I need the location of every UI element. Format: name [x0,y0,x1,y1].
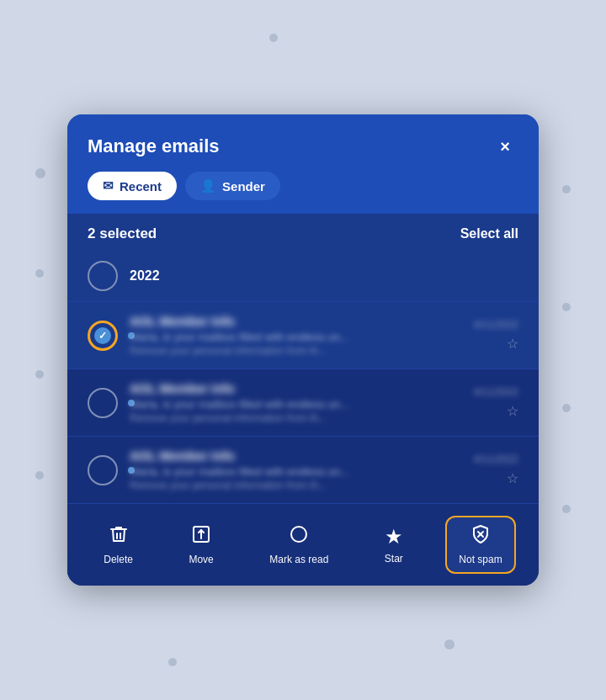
email-list: ✓ AOL Member Info Maria, is your mailbox… [67,301,539,503]
checkmark-icon: ✓ [98,330,107,342]
email-checkbox-2[interactable] [88,388,118,418]
email-meta: 4/11/2022 ☆ [474,319,518,352]
email-preview-1: Maria, is your mailbox filled with endle… [130,398,462,411]
email-content: AOL Member Info Maria, is your mailbox f… [130,448,462,491]
email-sender: AOL Member Info [130,314,462,328]
delete-icon [109,524,129,549]
email-item[interactable]: AOL Member Info Maria, is your mailbox f… [67,436,539,503]
modal-footer: Delete Move Mark as read ★ Star [67,503,539,586]
email-meta: 4/11/2022 ☆ [474,453,518,486]
email-preview-2: Remove your personal information from th… [130,412,462,424]
email-item[interactable]: AOL Member Info Maria, is your mailbox f… [67,369,539,436]
mark-as-read-action-button[interactable]: Mark as read [256,516,342,574]
close-button[interactable]: × [492,133,518,160]
email-preview-2: Remove your personal information from th… [130,480,462,491]
mark-read-icon [289,524,309,549]
star-action-button[interactable]: ★ Star [371,517,417,573]
delete-label: Delete [104,554,133,565]
svg-point-2 [291,527,306,542]
move-label: Move [189,554,213,565]
modal-body: 2 selected Select all 2022 ✓ AOL Member … [67,214,539,503]
modal-header: Manage emails × ✉ Recent 👤 Sender [67,114,539,214]
tab-sender-label: Sender [222,179,265,194]
modal-title: Manage emails [88,135,220,157]
star-action-icon: ★ [385,525,403,549]
not-spam-label: Not spam [459,554,502,565]
email-sender: AOL Member Info [130,381,462,395]
email-preview-1: Maria, is your mailbox filled with endle… [130,465,462,478]
mail-icon: ✉ [103,178,114,194]
select-all-button[interactable]: Select all [460,226,518,241]
email-checkbox-3[interactable] [88,455,118,485]
star-icon[interactable]: ☆ [507,403,518,419]
email-date: 4/11/2022 [474,453,518,465]
email-checkbox-1[interactable]: ✓ [88,321,118,351]
email-date: 4/11/2022 [474,386,518,398]
tabs-row: ✉ Recent 👤 Sender [88,172,518,200]
selection-bar: 2 selected Select all [67,214,539,251]
email-date: 4/11/2022 [474,319,518,331]
star-icon[interactable]: ☆ [507,336,518,352]
group-checkbox[interactable] [88,261,118,291]
move-icon [191,524,211,549]
move-action-button[interactable]: Move [175,516,226,574]
title-row: Manage emails × [88,133,518,160]
delete-action-button[interactable]: Delete [90,516,146,574]
tab-recent[interactable]: ✉ Recent [88,172,177,200]
tab-recent-label: Recent [120,179,162,194]
email-content: AOL Member Info Maria, is your mailbox f… [130,381,462,424]
star-label: Star [385,553,403,565]
email-sender: AOL Member Info [130,448,462,463]
not-spam-icon [470,524,491,549]
checkbox-inner: ✓ [94,327,111,344]
selected-count: 2 selected [88,225,157,242]
email-preview-1: Maria, is your mailbox filled with endle… [130,331,462,343]
email-item[interactable]: ✓ AOL Member Info Maria, is your mailbox… [67,301,539,369]
group-label: 2022 [130,268,160,284]
star-icon[interactable]: ☆ [507,470,518,486]
not-spam-action-button[interactable]: Not spam [445,516,515,574]
email-preview-2: Remove your personal information from th… [130,345,462,357]
sender-icon: 👤 [200,178,216,194]
mark-as-read-label: Mark as read [269,554,328,565]
email-group-header: 2022 [67,251,539,301]
tab-sender[interactable]: 👤 Sender [185,172,280,200]
email-content: AOL Member Info Maria, is your mailbox f… [130,314,462,357]
manage-emails-modal: Manage emails × ✉ Recent 👤 Sender 2 sele… [67,114,539,586]
email-meta: 4/11/2022 ☆ [474,386,518,419]
